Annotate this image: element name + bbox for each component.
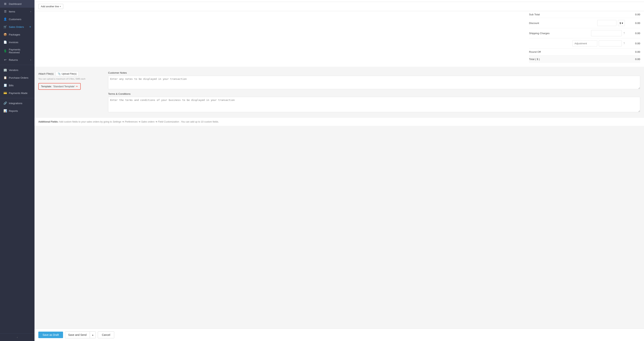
left-panel: Attach File(s) 📎 Upload File(s) You can … [38,71,104,113]
discount-input[interactable] [597,20,616,26]
table-stub [34,0,644,2]
spacer [34,126,644,328]
save-draft-button[interactable]: Save as Draft [38,331,63,338]
sidebar-item-invoices[interactable]: 📄 Invoices [0,38,34,46]
upload-files-button[interactable]: 📎 Upload File(s) [56,71,79,76]
save-send-dropdown-button[interactable]: ▲ [90,331,96,338]
sidebar-item-label: Payments Made [9,92,28,95]
right-panel: Customer Notes Terms & Conditions [108,71,640,113]
template-box: Template: 'Standard Template' ✏ [38,83,81,90]
sidebar: ⊞ Dashboard ☰ Items › 👤 Customers 🛒 Sale… [0,0,34,341]
arrow1: ➜ [122,120,124,123]
sidebar-item-label: Vendors [9,69,18,72]
sidebar-item-label: Dashboard [9,3,22,5]
attach-files-header: Attach File(s) 📎 Upload File(s) [38,71,104,76]
dashboard-icon: ⊞ [4,2,7,6]
sidebar-item-purchase-orders[interactable]: 📋 Purchase Orders [0,74,34,82]
sidebar-item-label: Items [9,10,15,13]
add-sales-order-icon[interactable]: + [29,25,31,29]
sidebar-item-label: Payments Received [9,48,31,54]
discount-dropdown-icon: ▾ [622,22,623,25]
discount-value: 0.00 [625,22,640,25]
terms-textarea[interactable] [108,97,640,112]
totals-section: Sub Total 0.00 Discount $ ▾ 0.00 Shippin… [34,11,644,67]
main-content: Add another line ▾ Sub Total 0.00 Discou… [34,0,644,341]
settings-link[interactable]: Settings [113,120,121,123]
chevron-right-icon: › [30,11,31,13]
round-off-label: Round Off [529,51,625,53]
discount-input-group: $ ▾ [597,20,625,26]
sidebar-item-bills[interactable]: 🧾 Bills [0,82,34,89]
sidebar-item-payments-received[interactable]: 💲 Payments Received [0,46,34,56]
sidebar-divider [0,65,34,65]
additional-fields-suffix: . You can add up to 10 custom fields. [180,120,219,123]
add-line-button[interactable]: Add another line ▾ [38,4,63,9]
total-label: Total ( $ ) [529,58,625,61]
adjustment-value-input[interactable] [599,40,622,47]
adjustment-value: 0.00 [625,42,640,45]
customer-notes-textarea[interactable] [108,76,640,89]
attach-files-label: Attach File(s) [38,72,54,75]
arrow3: ➜ [155,120,158,123]
packages-icon: 📦 [4,33,7,36]
edit-template-icon[interactable]: ✏ [76,85,78,88]
sidebar-item-label: Sales Orders [9,26,24,28]
adjustment-help-icon[interactable]: ? [623,42,625,45]
sidebar-item-vendors[interactable]: 🏢 Vendors [0,66,34,74]
adjustment-label-input[interactable] [572,40,597,47]
sidebar-item-label: Reports [9,110,18,112]
items-icon: ☰ [4,10,7,13]
sidebar-item-sales-orders[interactable]: 🛒 Sales Orders + [0,23,34,31]
sidebar-item-label: Integrations [9,102,22,105]
round-off-row: Round Off 0.00 [529,49,640,56]
sidebar-item-returns[interactable]: ↩ Returns › [0,56,34,64]
sidebar-item-integrations[interactable]: 🔗 Integrations [0,99,34,107]
attach-hint: You can upload a maximum of 5 files, 5MB… [38,78,104,80]
shipping-input[interactable] [591,30,622,36]
sidebar-item-dashboard[interactable]: ⊞ Dashboard [0,0,34,8]
vendors-icon: 🏢 [4,68,7,72]
sidebar-item-customers[interactable]: 👤 Customers [0,15,34,23]
sidebar-item-label: Packages [9,33,20,36]
cancel-button[interactable]: Cancel [98,331,114,338]
sub-total-value: 0.00 [625,13,640,16]
save-send-dropdown-icon: ▲ [92,334,94,336]
shipping-help-icon[interactable]: ? [623,32,625,35]
sidebar-item-reports[interactable]: 📊 Reports [0,107,34,115]
invoices-icon: 📄 [4,41,7,44]
save-send-button[interactable]: Save and Send [65,331,90,338]
shipping-input-group: ? [591,30,625,36]
additional-fields-prefix: Additional Fields: [38,120,58,123]
total-value: 0.00 [625,58,640,61]
sidebar-item-packages[interactable]: 📦 Packages [0,31,34,38]
footer-bar: Save as Draft Save and Send ▲ Cancel [34,328,644,341]
totals-table: Sub Total 0.00 Discount $ ▾ 0.00 Shippin… [529,11,640,63]
round-off-value: 0.00 [625,51,640,53]
additional-fields-text: Add custom fields to your sales orders b… [59,120,113,123]
template-prefix: Template: [41,85,52,88]
discount-type-select[interactable]: $ ▾ [618,20,625,26]
reports-icon: 📊 [4,109,7,113]
sidebar-collapse-button[interactable]: ‹ [0,333,34,341]
customers-icon: 👤 [4,18,7,21]
sales-orders-icon: 🛒 [4,25,7,29]
total-row: Total ( $ ) 0.00 [529,56,640,63]
shipping-label: Shipping Charges [529,32,591,35]
discount-row: Discount $ ▾ 0.00 [529,18,640,28]
purchase-orders-icon: 📋 [4,76,7,79]
top-bar: Add another line ▾ [34,2,644,11]
sidebar-item-payments-made[interactable]: 💳 Payments Made [0,89,34,97]
save-send-group: Save and Send ▲ [65,331,96,338]
sidebar-item-items[interactable]: ☰ Items › [0,8,34,15]
sidebar-item-label: Purchase Orders [9,76,28,79]
discount-symbol: $ [620,22,621,25]
returns-icon: ↩ [4,58,7,62]
additional-fields-notice: Additional Fields: Add custom fields to … [34,117,644,126]
adjustment-row: ? 0.00 [529,38,640,49]
sales-orders-link[interactable]: Sales orders [141,120,154,123]
sub-total-row: Sub Total 0.00 [529,11,640,18]
preferences-link[interactable]: Preferences [125,120,138,123]
field-customization-link[interactable]: Field Customization [158,120,179,123]
sub-total-label: Sub Total [529,13,625,16]
payments-received-icon: 💲 [4,49,7,53]
